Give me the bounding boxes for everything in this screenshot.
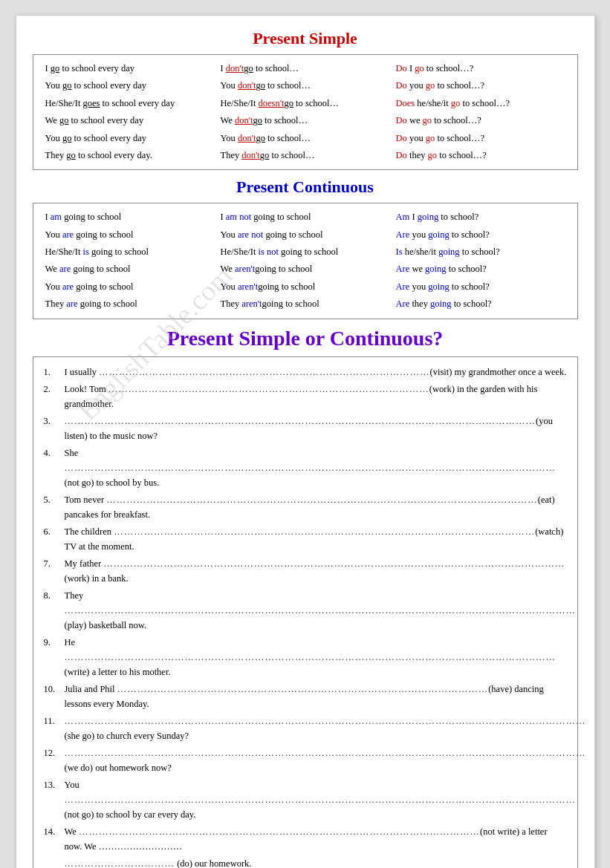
ex-item-14b: …………………………… (do) our homework. [44, 856, 567, 869]
ex-item-13: 13. You ……………………………………………………………………………………… [44, 777, 567, 822]
pc-aff-3: He/She/It is going to school [42, 244, 218, 260]
ex-item-7: 7. My father ………………………………………………………………………… [44, 556, 567, 586]
ps-neg-2: You don'tgo to school… [218, 78, 393, 94]
ex-item-10: 10. Julia and Phil ………………………………………………………… [44, 682, 567, 711]
ps-neg-6: They don'tgo to school… [218, 148, 393, 163]
present-simple-box: I go to school every day I don'tgo to sc… [33, 54, 578, 170]
ps-q-3: Does he/she/it go to school…? [393, 96, 568, 111]
ps-q-4: Do we go to school…? [393, 113, 568, 128]
ex-item-6: 6. The children ………………………………………………………………… [44, 524, 567, 554]
pc-q-2: Are you going to school? [393, 227, 568, 243]
ex-item-14: 14. We ………………………………………………………………………………………… [44, 824, 567, 854]
ex-item-4: 4. She ………………………………………………………………………………………… [44, 446, 567, 490]
pc-aff-1: I am going to school [42, 209, 218, 225]
pc-neg-4: We aren'tgoing to school [218, 261, 393, 277]
pc-neg-3: He/She/It is not going to school [218, 244, 393, 260]
pc-neg-5: You aren'tgoing to school [218, 279, 393, 295]
ps-neg-5: You don'tgo to school… [218, 131, 393, 146]
ps-aff-1: I go to school every day [42, 61, 218, 76]
ps-q-6: Do they go to school…? [393, 148, 568, 163]
present-simple-title: Present Simple [33, 29, 578, 48]
ps-neg-4: We don'tgo to school… [218, 113, 393, 128]
ex-item-2: 2. Look! Tom ………………………………………………………………………… [44, 382, 567, 411]
ex-item-8: 8. They ……………………………………………………………………………………… [44, 588, 567, 633]
present-continuous-box: I am going to school I am not going to s… [33, 203, 578, 319]
ex-item-3: 3. …………………………………………………………………………………………………… [44, 414, 567, 443]
ex-item-1: 1. I usually ………………………………………………………………………… [44, 365, 567, 379]
present-continuous-grid: I am going to school I am not going to s… [42, 209, 568, 312]
pc-neg-1: I am not going to school [218, 209, 393, 225]
pc-neg-2: You are not going to school [218, 227, 393, 243]
ps-aff-4: We go to school every day [42, 113, 218, 128]
ps-aff-3: He/She/It goes to school every day [42, 96, 218, 111]
pc-neg-6: They aren'tgoing to school [218, 296, 393, 312]
ps-aff-2: You go to school every day [42, 78, 218, 94]
pc-q-5: Are you going to school? [393, 279, 568, 295]
pc-q-6: Are they going to school? [393, 296, 568, 312]
pc-q-3: Is he/she/it going to school? [393, 244, 568, 260]
ps-neg-1: I don'tgo to school… [218, 61, 393, 76]
ps-aff-5: You go to school every day [42, 131, 218, 146]
pc-aff-2: You are going to school [42, 227, 218, 243]
ps-neg-3: He/She/It doesn'tgo to school… [218, 96, 393, 111]
ps-aff-6: They go to school every day. [42, 148, 218, 163]
present-simple-grid: I go to school every day I don'tgo to sc… [42, 61, 568, 163]
pc-aff-6: They are going to school [42, 296, 218, 312]
pc-q-1: Am I going to school? [393, 209, 568, 225]
ex-item-5: 5. Tom never ………………………………………………………………………… [44, 492, 567, 522]
ex-item-11: 11. ………………………………………………………………………………………………… [44, 714, 567, 743]
present-continuous-title: Present Continuous [33, 177, 578, 197]
pc-aff-4: We are going to school [42, 261, 218, 277]
worksheet-page: Present Simple I go to school every day … [16, 15, 595, 868]
ex-item-12: 12. ………………………………………………………………………………………………… [44, 745, 567, 775]
ps-q-5: Do you go to school…? [393, 131, 568, 146]
exercise-title: Present Simple or Continuous? [33, 327, 578, 350]
pc-q-4: Are we going to school? [393, 261, 568, 277]
ps-q-2: Do you go to school…? [393, 78, 568, 94]
ex-item-9: 9. He …………………………………………………………………………………………… [44, 635, 567, 679]
ps-q-1: Do I go to school…? [393, 61, 568, 76]
exercise-box: 1. I usually ………………………………………………………………………… [33, 356, 578, 869]
pc-aff-5: You are going to school [42, 279, 218, 295]
